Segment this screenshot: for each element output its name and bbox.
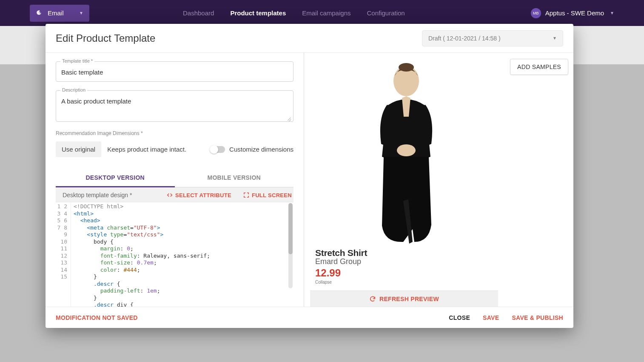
add-samples-button[interactable]: ADD SAMPLES — [510, 59, 568, 75]
editor-scrollbar[interactable] — [288, 203, 293, 288]
account-menu[interactable]: MB Apptus - SWE Demo ▼ — [531, 0, 614, 26]
svg-point-3 — [397, 144, 416, 156]
product-image — [345, 59, 464, 246]
image-dimensions-label: Recommendation Image Dimensions * — [56, 130, 294, 136]
nav-email-campaigns[interactable]: Email campaigns — [302, 9, 350, 17]
main-nav: Dashboard Product templates Email campai… — [183, 0, 405, 26]
preview-pane: Stretch Shirt Emard Group 12.99 Collapse… — [310, 59, 498, 307]
description-label: Description — [60, 87, 87, 92]
email-dropdown-button[interactable]: Email ▼ — [30, 5, 89, 22]
email-dropdown-label: Email — [48, 9, 64, 17]
select-attribute-button[interactable]: SELECT ATTRIBUTE — [167, 192, 231, 198]
save-publish-button[interactable]: SAVE & PUBLISH — [512, 314, 563, 321]
customize-dimensions-label: Customize dimensions — [229, 146, 294, 153]
nav-dashboard[interactable]: Dashboard — [183, 9, 214, 17]
resize-handle-icon[interactable] — [287, 116, 291, 121]
customize-dimensions-toggle[interactable]: Customize dimensions — [211, 146, 294, 153]
svg-point-2 — [399, 63, 414, 72]
topbar: Email ▼ Dashboard Product templates Emai… — [0, 0, 644, 26]
design-label: Desktop template design * — [63, 192, 132, 198]
edit-template-modal: Edit Product Template Draft ( 12-01-2021… — [46, 24, 573, 328]
toggle-switch[interactable] — [211, 146, 225, 153]
code-area[interactable]: <!DOCTYPE html> <html> <head> <meta char… — [71, 202, 294, 307]
left-panel: Template title * Description Recommendat… — [46, 53, 304, 307]
app-logo-icon — [36, 9, 43, 17]
code-icon — [167, 192, 173, 198]
product-info: Stretch Shirt Emard Group 12.99 Collapse — [310, 246, 498, 287]
right-panel: Stretch Shirt Emard Group 12.99 Collapse… — [304, 53, 573, 307]
nav-product-templates[interactable]: Product templates — [230, 9, 286, 17]
unsaved-warning: MODIFICATION NOT SAVED — [56, 314, 138, 321]
use-original-chip[interactable]: Use original — [56, 141, 101, 157]
image-dimensions-row: Use original Keeps product image intact.… — [56, 141, 294, 157]
product-name: Stretch Shirt — [315, 248, 493, 258]
nav-configuration[interactable]: Configuration — [367, 9, 405, 17]
tab-desktop[interactable]: DESKTOP VERSION — [56, 169, 175, 187]
modal-title: Edit Product Template — [56, 32, 155, 44]
product-brand: Emard Group — [315, 257, 493, 266]
save-button[interactable]: SAVE — [483, 314, 499, 321]
modal-header: Edit Product Template Draft ( 12-01-2021… — [46, 24, 573, 53]
draft-version-label: Draft ( 12-01-2021 / 14:58 ) — [428, 35, 501, 42]
modal-body: Template title * Description Recommendat… — [46, 53, 573, 307]
caret-down-icon: ▼ — [79, 11, 83, 15]
fullscreen-icon — [243, 192, 249, 198]
description-input[interactable] — [61, 98, 288, 115]
template-title-input[interactable] — [61, 69, 288, 76]
description-field[interactable]: Description — [56, 90, 294, 122]
samples-column: ADD SAMPLES — [510, 59, 568, 307]
code-editor[interactable]: 1 2 3 4 5 6 7 8 9 10 11 12 13 14 15 <!DO… — [56, 202, 294, 307]
collapse-link[interactable]: Collapse — [315, 280, 493, 284]
preview-card: Stretch Shirt Emard Group 12.99 Collapse — [310, 59, 498, 290]
template-title-label: Template title * — [60, 58, 94, 63]
account-label: Apptus - SWE Demo — [545, 9, 604, 17]
refresh-preview-button[interactable]: REFRESH PREVIEW — [310, 290, 498, 307]
use-original-description: Keeps product image intact. — [107, 146, 186, 153]
draft-version-select[interactable]: Draft ( 12-01-2021 / 14:58 ) ▼ — [422, 30, 563, 46]
refresh-icon — [369, 296, 376, 302]
product-price: 12.99 — [315, 267, 493, 279]
template-title-field[interactable]: Template title * — [56, 61, 294, 82]
caret-down-icon: ▼ — [610, 11, 614, 15]
avatar: MB — [531, 8, 541, 18]
full-screen-button[interactable]: FULL SCREEN — [243, 192, 292, 198]
line-gutter: 1 2 3 4 5 6 7 8 9 10 11 12 13 14 15 — [56, 202, 71, 307]
editor-toolbar: Desktop template design * SELECT ATTRIBU… — [56, 187, 294, 202]
tab-mobile[interactable]: MOBILE VERSION — [175, 169, 294, 187]
close-button[interactable]: CLOSE — [449, 314, 470, 321]
modal-footer: MODIFICATION NOT SAVED CLOSE SAVE SAVE &… — [46, 307, 573, 328]
caret-down-icon: ▼ — [553, 36, 557, 40]
version-tabs: DESKTOP VERSION MOBILE VERSION — [56, 169, 294, 187]
scrollbar-thumb[interactable] — [288, 203, 293, 254]
